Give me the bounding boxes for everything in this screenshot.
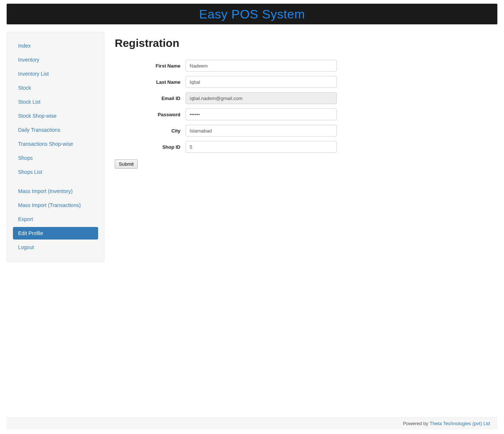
sidebar-item-mass-import-transactions[interactable]: Mass Import (Transactions) <box>13 199 98 211</box>
sidebar-nav-primary: Index Inventory Inventory List Stock Sto… <box>13 39 98 178</box>
label-last-name: Last Name <box>115 79 186 85</box>
label-shop-id: Shop ID <box>115 144 186 150</box>
label-email: Email ID <box>115 96 186 101</box>
footer-powered-by: Powered by <box>403 421 429 426</box>
label-password: Password <box>115 112 186 117</box>
sidebar-item-inventory[interactable]: Inventory <box>13 54 98 66</box>
sidebar-item-inventory-list[interactable]: Inventory List <box>13 68 98 80</box>
label-city: City <box>115 128 186 134</box>
submit-button[interactable]: Submit <box>115 159 138 169</box>
sidebar-item-daily-transactions[interactable]: Daily Transactions <box>13 124 98 136</box>
sidebar-item-export[interactable]: Export <box>13 213 98 225</box>
input-shop-id[interactable] <box>186 141 337 153</box>
footer-company-link[interactable]: Theta Technologies (pvt) Ltd <box>429 421 490 426</box>
input-first-name[interactable] <box>186 60 337 72</box>
label-first-name: First Name <box>115 63 186 69</box>
page-title: Registration <box>115 37 497 49</box>
sidebar-item-index[interactable]: Index <box>13 39 98 52</box>
sidebar-item-shops-list[interactable]: Shops List <box>13 166 98 178</box>
input-email[interactable] <box>186 92 337 104</box>
main-content: Registration First Name Last Name Email … <box>104 32 497 169</box>
sidebar-item-mass-import-inventory[interactable]: Mass Import (Inventory) <box>13 185 98 197</box>
input-city[interactable] <box>186 125 337 137</box>
sidebar-nav-secondary: Mass Import (Inventory) Mass Import (Tra… <box>13 185 98 254</box>
sidebar-item-stock[interactable]: Stock <box>13 82 98 94</box>
footer: Powered by Theta Technologies (pvt) Ltd <box>7 417 497 430</box>
sidebar: Index Inventory Inventory List Stock Sto… <box>7 32 104 262</box>
sidebar-item-transactions-shopwise[interactable]: Transactions Shop-wise <box>13 138 98 150</box>
sidebar-item-stock-list[interactable]: Stock List <box>13 96 98 108</box>
sidebar-item-edit-profile[interactable]: Edit Profile <box>13 227 98 240</box>
sidebar-item-stock-shopwise[interactable]: Stock Shop-wise <box>13 110 98 122</box>
input-password[interactable] <box>186 108 337 120</box>
input-last-name[interactable] <box>186 76 337 88</box>
sidebar-item-shops[interactable]: Shops <box>13 152 98 164</box>
app-title: Easy POS System <box>199 7 305 21</box>
header-bar: Easy POS System <box>7 4 497 24</box>
sidebar-item-logout[interactable]: Logout <box>13 241 98 254</box>
